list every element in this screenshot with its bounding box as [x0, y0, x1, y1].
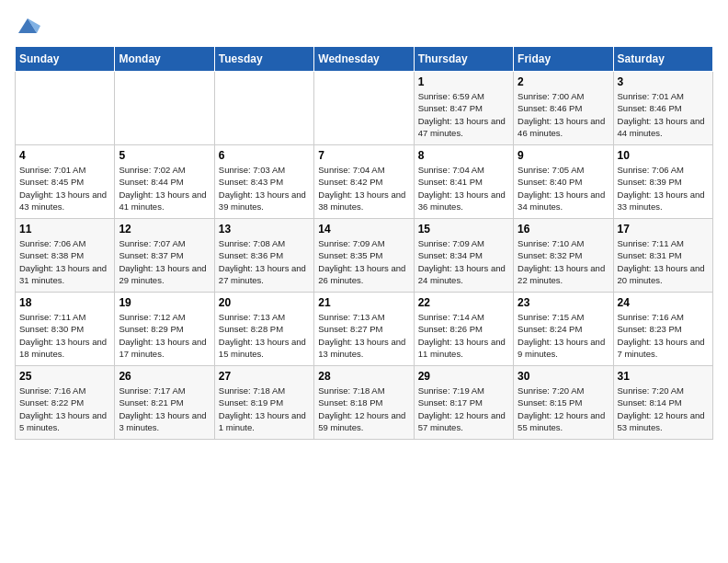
day-info: Sunrise: 7:04 AM Sunset: 8:42 PM Dayligh…: [318, 164, 409, 213]
day-info: Sunrise: 7:09 AM Sunset: 8:34 PM Dayligh…: [418, 237, 509, 286]
day-number: 23: [518, 296, 609, 309]
calendar-cell: 22Sunrise: 7:14 AM Sunset: 8:26 PM Dayli…: [414, 293, 513, 366]
day-number: 9: [518, 149, 609, 162]
day-info: Sunrise: 7:07 AM Sunset: 8:37 PM Dayligh…: [119, 237, 210, 286]
day-number: 14: [318, 223, 409, 236]
day-number: 31: [618, 370, 709, 383]
calendar-body: 1Sunrise: 6:59 AM Sunset: 8:47 PM Daylig…: [16, 72, 713, 440]
calendar-cell: 24Sunrise: 7:16 AM Sunset: 8:23 PM Dayli…: [613, 293, 712, 366]
day-info: Sunrise: 7:08 AM Sunset: 8:36 PM Dayligh…: [219, 237, 310, 286]
day-info: Sunrise: 7:18 AM Sunset: 8:18 PM Dayligh…: [318, 385, 409, 433]
day-info: Sunrise: 7:19 AM Sunset: 8:17 PM Dayligh…: [418, 385, 509, 433]
day-info: Sunrise: 7:16 AM Sunset: 8:23 PM Dayligh…: [618, 311, 709, 360]
day-number: 28: [318, 370, 409, 383]
day-number: 26: [119, 370, 210, 383]
day-info: Sunrise: 7:15 AM Sunset: 8:24 PM Dayligh…: [518, 311, 609, 360]
calendar-cell: 5Sunrise: 7:02 AM Sunset: 8:44 PM Daylig…: [115, 145, 214, 219]
calendar-cell: 1Sunrise: 6:59 AM Sunset: 8:47 PM Daylig…: [414, 72, 513, 145]
calendar-cell: 8Sunrise: 7:04 AM Sunset: 8:41 PM Daylig…: [414, 145, 513, 219]
day-number: 24: [618, 296, 709, 309]
day-info: Sunrise: 7:17 AM Sunset: 8:21 PM Dayligh…: [119, 385, 210, 433]
day-info: Sunrise: 7:06 AM Sunset: 8:38 PM Dayligh…: [19, 237, 110, 286]
day-number: 7: [318, 149, 409, 162]
day-number: 8: [418, 149, 509, 162]
day-number: 22: [418, 296, 509, 309]
day-info: Sunrise: 7:16 AM Sunset: 8:22 PM Dayligh…: [19, 385, 110, 433]
day-number: 20: [219, 296, 310, 309]
calendar-cell: 28Sunrise: 7:18 AM Sunset: 8:18 PM Dayli…: [314, 366, 414, 440]
calendar-cell: 31Sunrise: 7:20 AM Sunset: 8:14 PM Dayli…: [613, 366, 712, 440]
day-number: 10: [618, 149, 709, 162]
day-info: Sunrise: 7:00 AM Sunset: 8:46 PM Dayligh…: [518, 90, 609, 139]
weekday-header: Saturday: [613, 47, 712, 72]
calendar-cell: 17Sunrise: 7:11 AM Sunset: 8:31 PM Dayli…: [613, 219, 712, 293]
day-info: Sunrise: 7:02 AM Sunset: 8:44 PM Dayligh…: [119, 164, 210, 213]
day-number: 21: [318, 296, 409, 309]
calendar-header: SundayMondayTuesdayWednesdayThursdayFrid…: [16, 47, 713, 72]
calendar-cell: 10Sunrise: 7:06 AM Sunset: 8:39 PM Dayli…: [613, 145, 712, 219]
calendar-cell: 2Sunrise: 7:00 AM Sunset: 8:46 PM Daylig…: [514, 72, 613, 145]
weekday-header: Friday: [514, 47, 613, 72]
day-number: 12: [119, 223, 210, 236]
day-info: Sunrise: 7:09 AM Sunset: 8:35 PM Dayligh…: [318, 237, 409, 286]
calendar-cell: 9Sunrise: 7:05 AM Sunset: 8:40 PM Daylig…: [514, 145, 613, 219]
day-info: Sunrise: 6:59 AM Sunset: 8:47 PM Dayligh…: [418, 90, 509, 139]
day-info: Sunrise: 7:13 AM Sunset: 8:27 PM Dayligh…: [318, 311, 409, 360]
calendar-cell: 18Sunrise: 7:11 AM Sunset: 8:30 PM Dayli…: [16, 293, 115, 366]
calendar-cell: [314, 72, 414, 145]
day-number: 5: [119, 149, 210, 162]
calendar-cell: 30Sunrise: 7:20 AM Sunset: 8:15 PM Dayli…: [514, 366, 613, 440]
logo: [15, 15, 42, 37]
calendar-cell: 25Sunrise: 7:16 AM Sunset: 8:22 PM Dayli…: [16, 366, 115, 440]
day-number: 18: [19, 296, 110, 309]
calendar-cell: 19Sunrise: 7:12 AM Sunset: 8:29 PM Dayli…: [115, 293, 214, 366]
weekday-header: Tuesday: [214, 47, 313, 72]
day-number: 27: [219, 370, 310, 383]
calendar-week-row: 4Sunrise: 7:01 AM Sunset: 8:45 PM Daylig…: [16, 145, 713, 219]
day-info: Sunrise: 7:14 AM Sunset: 8:26 PM Dayligh…: [418, 311, 509, 360]
calendar-cell: 23Sunrise: 7:15 AM Sunset: 8:24 PM Dayli…: [514, 293, 613, 366]
calendar-week-row: 11Sunrise: 7:06 AM Sunset: 8:38 PM Dayli…: [16, 219, 713, 293]
day-number: 6: [219, 149, 310, 162]
day-number: 13: [219, 223, 310, 236]
day-info: Sunrise: 7:03 AM Sunset: 8:43 PM Dayligh…: [219, 164, 310, 213]
calendar-cell: 29Sunrise: 7:19 AM Sunset: 8:17 PM Dayli…: [414, 366, 513, 440]
day-number: 3: [618, 75, 709, 88]
day-number: 11: [19, 223, 110, 236]
day-info: Sunrise: 7:04 AM Sunset: 8:41 PM Dayligh…: [418, 164, 509, 213]
calendar-cell: 27Sunrise: 7:18 AM Sunset: 8:19 PM Dayli…: [214, 366, 313, 440]
day-info: Sunrise: 7:13 AM Sunset: 8:28 PM Dayligh…: [219, 311, 310, 360]
day-info: Sunrise: 7:01 AM Sunset: 8:46 PM Dayligh…: [618, 90, 709, 139]
calendar-cell: [16, 72, 115, 145]
day-number: 2: [518, 75, 609, 88]
day-info: Sunrise: 7:11 AM Sunset: 8:31 PM Dayligh…: [618, 237, 709, 286]
day-info: Sunrise: 7:12 AM Sunset: 8:29 PM Dayligh…: [119, 311, 210, 360]
calendar-cell: 21Sunrise: 7:13 AM Sunset: 8:27 PM Dayli…: [314, 293, 414, 366]
day-number: 4: [19, 149, 110, 162]
day-number: 25: [19, 370, 110, 383]
calendar-cell: 6Sunrise: 7:03 AM Sunset: 8:43 PM Daylig…: [214, 145, 313, 219]
day-info: Sunrise: 7:20 AM Sunset: 8:14 PM Dayligh…: [618, 385, 709, 433]
logo-icon: [15, 15, 40, 37]
calendar-week-row: 18Sunrise: 7:11 AM Sunset: 8:30 PM Dayli…: [16, 293, 713, 366]
day-number: 1: [418, 75, 509, 88]
weekday-header: Thursday: [414, 47, 513, 72]
weekday-header: Wednesday: [314, 47, 414, 72]
page-header: [15, 15, 713, 37]
weekday-header: Monday: [115, 47, 214, 72]
calendar-table: SundayMondayTuesdayWednesdayThursdayFrid…: [15, 46, 713, 440]
calendar-cell: 15Sunrise: 7:09 AM Sunset: 8:34 PM Dayli…: [414, 219, 513, 293]
calendar-cell: 14Sunrise: 7:09 AM Sunset: 8:35 PM Dayli…: [314, 219, 414, 293]
day-info: Sunrise: 7:06 AM Sunset: 8:39 PM Dayligh…: [618, 164, 709, 213]
calendar-cell: 12Sunrise: 7:07 AM Sunset: 8:37 PM Dayli…: [115, 219, 214, 293]
day-number: 29: [418, 370, 509, 383]
day-info: Sunrise: 7:18 AM Sunset: 8:19 PM Dayligh…: [219, 385, 310, 433]
weekday-header: Sunday: [16, 47, 115, 72]
day-number: 17: [618, 223, 709, 236]
calendar-cell: [214, 72, 313, 145]
calendar-cell: 26Sunrise: 7:17 AM Sunset: 8:21 PM Dayli…: [115, 366, 214, 440]
day-info: Sunrise: 7:20 AM Sunset: 8:15 PM Dayligh…: [518, 385, 609, 433]
calendar-cell: 16Sunrise: 7:10 AM Sunset: 8:32 PM Dayli…: [514, 219, 613, 293]
calendar-cell: 7Sunrise: 7:04 AM Sunset: 8:42 PM Daylig…: [314, 145, 414, 219]
day-number: 19: [119, 296, 210, 309]
